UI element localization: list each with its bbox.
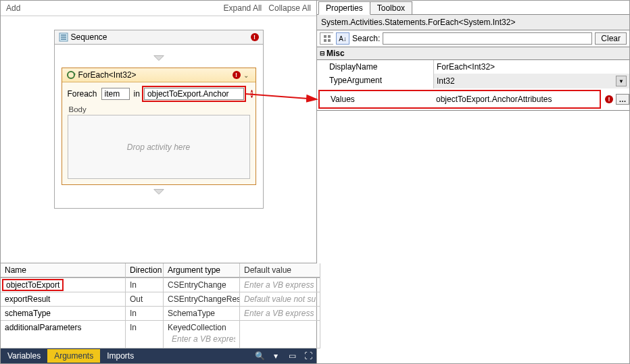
error-icon[interactable]: ! <box>251 33 259 41</box>
arg-name[interactable]: additionalParameters <box>1 321 126 348</box>
arg-direction[interactable]: Out <box>126 292 164 306</box>
arg-default[interactable]: Enter a VB express <box>240 307 320 320</box>
drop-indicator-icon <box>153 188 165 196</box>
prop-val-values[interactable]: objectToExport.AnchorAttributes <box>436 95 596 104</box>
col-default[interactable]: Default value <box>240 263 320 278</box>
svg-marker-7 <box>153 189 163 194</box>
prop-key-values: Values <box>321 93 433 106</box>
prop-val-typeargument[interactable]: Int32 <box>437 76 616 86</box>
svg-rect-9 <box>328 35 331 38</box>
error-icon[interactable]: ! <box>251 90 253 98</box>
error-icon[interactable]: ! <box>605 95 613 103</box>
svg-rect-3 <box>61 38 66 40</box>
col-name[interactable]: Name <box>1 263 126 278</box>
foreach-icon <box>66 70 76 80</box>
arg-default[interactable]: Default value not su <box>240 292 320 306</box>
drop-indicator-icon <box>153 54 165 62</box>
sort-category-button[interactable] <box>320 32 333 45</box>
svg-rect-2 <box>61 36 66 38</box>
fit-icon[interactable]: ⛶ <box>300 351 316 361</box>
arg-default[interactable]: Enter a VB express <box>168 332 235 346</box>
arg-direction[interactable]: In <box>126 307 164 320</box>
arguments-grid[interactable]: Name Direction Argument type Default val… <box>1 263 316 348</box>
property-search-input[interactable] <box>383 32 592 45</box>
foreach-label: Foreach <box>68 89 97 99</box>
bottom-tab-bar: Variables Arguments Imports 🔍 ▾ ▭ ⛶ <box>1 348 316 363</box>
prop-val-displayname[interactable]: ForEach<Int32> <box>437 62 627 72</box>
body-label: Body <box>69 105 249 113</box>
sequence-icon <box>59 32 68 42</box>
arg-type[interactable]: CSEntryChangeRes <box>164 292 240 306</box>
svg-rect-8 <box>324 35 326 38</box>
tab-properties[interactable]: Properties <box>318 1 370 15</box>
arguments-row[interactable]: schemaTypeInSchemaTypeEnter a VB express <box>1 307 320 321</box>
collapse-icon[interactable]: ⊟ <box>320 50 325 57</box>
arguments-row[interactable]: objectToExportInCSEntryChangeEnter a VB … <box>1 278 320 292</box>
tab-imports[interactable]: Imports <box>100 349 141 363</box>
designer-pane: Add Expand All Collapse All Sequence ! <box>1 1 317 363</box>
zoom-level[interactable]: ▾ <box>268 351 284 361</box>
col-direction[interactable]: Direction <box>126 263 164 278</box>
arg-direction[interactable]: In <box>126 321 164 348</box>
properties-toolbar: A↓ Search: Clear <box>317 30 629 47</box>
search-label: Search: <box>352 34 380 43</box>
prop-row-displayname[interactable]: DisplayName ForEach<Int32> <box>317 60 629 74</box>
error-icon[interactable]: ! <box>233 71 241 79</box>
prop-key-displayname: DisplayName <box>317 60 433 74</box>
prop-row-typeargument[interactable]: TypeArgument Int32 ▼ <box>317 74 629 88</box>
designer-canvas[interactable]: Sequence ! ForEach<Int32> ! ⌄ <box>1 16 316 263</box>
foreach-activity[interactable]: ForEach<Int32> ! ⌄ Foreach in ! <box>62 68 256 185</box>
arg-type[interactable]: CSEntryChange <box>164 278 240 292</box>
arguments-header-row: Name Direction Argument type Default val… <box>1 263 320 278</box>
svg-point-5 <box>68 72 74 78</box>
designer-toolbar: Add Expand All Collapse All <box>1 1 316 16</box>
sort-alpha-button[interactable]: A↓ <box>336 32 349 45</box>
foreach-item-input[interactable] <box>101 88 130 100</box>
tab-toolbox[interactable]: Toolbox <box>370 1 412 15</box>
svg-marker-4 <box>153 55 163 60</box>
category-misc[interactable]: ⊟ Misc <box>317 47 629 60</box>
arguments-row[interactable]: additionalParametersInKeyedCollectionEnt… <box>1 321 320 348</box>
svg-rect-1 <box>61 34 66 36</box>
foreach-header[interactable]: ForEach<Int32> ! ⌄ <box>62 68 256 82</box>
arg-name[interactable]: exportResult <box>1 292 126 306</box>
collapse-all-link[interactable]: Collapse All <box>268 3 311 13</box>
add-link[interactable]: Add <box>6 3 20 13</box>
arg-name[interactable]: schemaType <box>1 307 126 320</box>
col-type[interactable]: Argument type <box>164 263 240 278</box>
svg-rect-10 <box>324 39 326 42</box>
in-label: in <box>134 89 140 99</box>
arg-name[interactable]: objectToExport <box>1 278 126 292</box>
arg-type[interactable]: KeyedCollectionEnter a VB express <box>164 321 240 348</box>
properties-pane: Properties Toolbox System.Activities.Sta… <box>317 1 629 363</box>
svg-rect-11 <box>328 39 331 42</box>
foreach-expression-input[interactable] <box>144 88 244 100</box>
dropdown-icon[interactable]: ▼ <box>616 76 627 86</box>
properties-grid: DisplayName ForEach<Int32> TypeArgument … <box>317 60 629 111</box>
tab-variables[interactable]: Variables <box>1 349 47 363</box>
clear-search-button[interactable]: Clear <box>595 32 627 45</box>
arg-default[interactable]: Enter a VB express <box>240 278 320 292</box>
foreach-title: ForEach<Int32> <box>78 70 137 80</box>
sequence-header[interactable]: Sequence ! <box>55 30 263 45</box>
misc-label: Misc <box>326 49 345 58</box>
arg-direction[interactable]: In <box>126 278 164 292</box>
arguments-row[interactable]: exportResultOutCSEntryChangeResDefault v… <box>1 292 320 307</box>
sequence-title: Sequence <box>71 32 107 42</box>
foreach-config-row: Foreach in ! <box>68 88 250 100</box>
selected-type-label: System.Activities.Statements.ForEach<Sys… <box>317 15 629 30</box>
tab-arguments[interactable]: Arguments <box>47 349 100 363</box>
sequence-activity[interactable]: Sequence ! ForEach<Int32> ! ⌄ <box>54 30 264 209</box>
body-drop-zone[interactable]: Drop activity here <box>68 115 250 179</box>
ellipsis-button[interactable]: … <box>616 94 629 105</box>
properties-tabs: Properties Toolbox <box>317 1 629 15</box>
search-icon[interactable]: 🔍 <box>251 351 268 361</box>
prop-key-typeargument: TypeArgument <box>317 74 433 88</box>
prop-row-values-highlight: Values objectToExport.AnchorAttributes <box>318 90 601 109</box>
arg-type[interactable]: SchemaType <box>164 307 240 320</box>
expand-all-link[interactable]: Expand All <box>224 3 262 13</box>
drop-hint: Drop activity here <box>127 142 190 152</box>
overview-icon[interactable]: ▭ <box>284 351 300 361</box>
chevron-icon[interactable]: ⌄ <box>243 72 249 79</box>
